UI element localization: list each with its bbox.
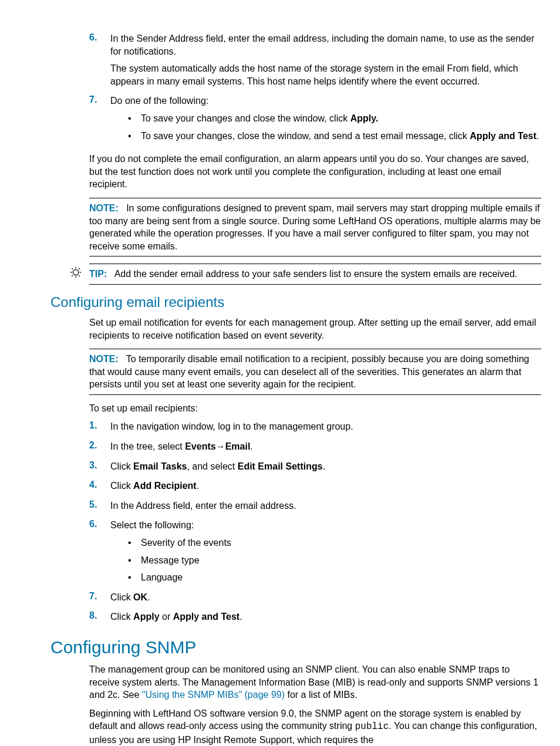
recipients-steps: 1. In the navigation window, log in to t… — [89, 420, 541, 628]
code-public: public — [355, 721, 389, 732]
step-7-content: Do one of the following: To save your ch… — [110, 94, 541, 147]
step-6-text-2: The system automatically adds the host n… — [110, 62, 541, 87]
email-recipients-intro: Set up email notification for events for… — [89, 316, 541, 342]
heading-configuring-email-recipients: Configuring email recipients — [50, 294, 544, 310]
tip-label: TIP: — [89, 269, 107, 279]
note-disable-notification: NOTE: To temporarily disable email notif… — [89, 349, 541, 395]
step-6-content: In the Sender Address field, enter the e… — [110, 32, 541, 92]
step-text: Click Email Tasks, and select Edit Email… — [110, 460, 541, 473]
tip-icon — [69, 264, 89, 285]
svg-line-5 — [72, 268, 73, 269]
svg-point-0 — [73, 270, 78, 275]
note-text: To temporarily disable email notificatio… — [89, 354, 529, 389]
step-text: Click OK. — [110, 591, 541, 604]
bullet-language: Language — [124, 571, 541, 584]
svg-line-8 — [79, 268, 80, 269]
bullet-apply-and-test: To save your changes, close the window, … — [124, 130, 541, 143]
step-text: In the Address field, enter the email ad… — [110, 499, 541, 512]
bullet-message-type: Message type — [124, 554, 541, 567]
tip-safe-senders: TIP: Add the sender email address to you… — [69, 264, 544, 285]
snmp-paragraph-2: Beginning with LeftHand OS software vers… — [89, 707, 541, 746]
step-number: 8. — [89, 610, 110, 628]
heading-configuring-snmp: Configuring SNMP — [50, 637, 544, 657]
step-6-text-1: In the Sender Address field, enter the e… — [110, 32, 541, 58]
step-number: 2. — [89, 440, 110, 458]
step-number: 1. — [89, 420, 110, 438]
svg-line-7 — [72, 275, 73, 276]
step-text: Select the following: — [110, 519, 541, 532]
link-using-snmp-mibs[interactable]: "Using the SNMP MIBs" (page 99) — [142, 690, 285, 700]
recipients-leadin: To set up email recipients: — [89, 402, 541, 415]
note-label: NOTE: — [89, 203, 119, 213]
step-number: 7. — [89, 591, 110, 609]
bullet-severity: Severity of the events — [124, 536, 541, 549]
note-spam-filter: NOTE: In some configurations designed to… — [89, 198, 541, 256]
step-text: Click Add Recipient. — [110, 480, 541, 492]
step-number: 5. — [89, 499, 110, 517]
continued-steps: 6. In the Sender Address field, enter th… — [89, 32, 541, 256]
step-text: In the tree, select Events→Email. — [110, 440, 541, 453]
note-text: In some configurations designed to preve… — [89, 203, 541, 251]
step-number-6: 6. — [89, 32, 110, 92]
step-number-7: 7. — [89, 94, 110, 147]
step-7-text: Do one of the following: — [110, 94, 541, 107]
step-text: Click Apply or Apply and Test. — [110, 610, 541, 623]
step-number: 4. — [89, 480, 110, 497]
svg-line-6 — [79, 275, 80, 276]
bullet-apply: To save your changes and close the windo… — [124, 112, 541, 125]
step-text: In the navigation window, log in to the … — [110, 420, 541, 433]
step-number: 3. — [89, 460, 110, 478]
completion-warning-paragraph: If you do not complete the email configu… — [89, 153, 541, 191]
note-label: NOTE: — [89, 354, 119, 364]
snmp-paragraph-1: The management group can be monitored us… — [89, 663, 541, 701]
tip-text: Add the sender email address to your saf… — [114, 269, 518, 279]
step-number: 6. — [89, 519, 110, 588]
